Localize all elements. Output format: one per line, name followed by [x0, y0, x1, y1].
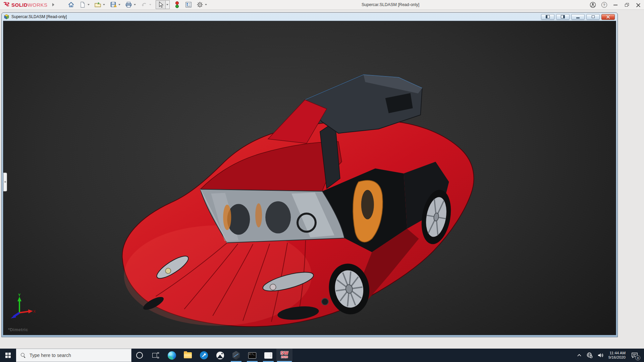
show-left-pane-icon — [546, 15, 550, 18]
app-titlebar[interactable]: SOLID WORKS — [0, 0, 644, 10]
doc-minimize-icon — [576, 17, 580, 18]
open-dropdown[interactable] — [102, 1, 106, 9]
undo-dropdown[interactable] — [148, 1, 152, 9]
brand-bold: SOLID — [11, 2, 28, 8]
save-dropdown[interactable] — [117, 1, 121, 9]
select-cursor-icon — [158, 1, 164, 8]
task-pane-icon — [185, 2, 192, 8]
show-right-pane-button[interactable] — [556, 14, 570, 20]
search-icon — [21, 353, 25, 358]
tray-date: 9/16/2020 — [608, 355, 626, 360]
select-tool-group — [156, 0, 170, 9]
taskbar-item-file-explorer[interactable] — [180, 349, 196, 362]
notification-count-badge: 3 — [635, 355, 640, 360]
taskbar-item-cortana[interactable] — [131, 349, 148, 362]
taskbar-item-hexagon-app[interactable] — [228, 349, 244, 362]
show-left-pane-button[interactable] — [541, 14, 554, 20]
solidworks-2020-icon: SW 2020 — [279, 351, 289, 360]
taskbar-item-admin-tools[interactable] — [196, 349, 212, 362]
doc-close-button[interactable] — [601, 14, 615, 20]
help-icon: ? — [601, 2, 607, 8]
select-tool-dropdown[interactable] — [165, 1, 169, 9]
search-input[interactable] — [30, 353, 117, 358]
home-icon — [68, 1, 74, 8]
graphics-viewport[interactable]: Y X *Dimetric — [3, 21, 616, 335]
volume-button[interactable] — [595, 349, 605, 362]
help-glyph: ? — [603, 3, 605, 7]
tray-time: 11:44 AM — [608, 351, 626, 356]
task-view-button[interactable] — [148, 349, 164, 362]
taskbar-spacer — [292, 349, 575, 362]
restore-icon — [625, 3, 629, 7]
print-button[interactable] — [125, 1, 133, 9]
document-title: Supercar.SLDASM [Read-only] — [11, 14, 541, 19]
options-dropdown[interactable] — [204, 1, 208, 9]
taskbar-item-command-prompt[interactable]: C:\_ — [244, 349, 260, 362]
close-icon — [636, 3, 640, 7]
taskbar-item-media-app[interactable] — [260, 349, 276, 362]
taskbar-item-edge[interactable] — [164, 349, 180, 362]
doc-minimize-button[interactable] — [571, 14, 585, 20]
solidworks-logo: SOLID WORKS — [3, 2, 48, 8]
close-button[interactable] — [633, 0, 644, 10]
account-button[interactable] — [587, 0, 598, 10]
new-document-dropdown[interactable] — [87, 1, 91, 9]
taskbar-clock[interactable]: 11:44 AM 9/16/2020 — [606, 351, 628, 360]
taskbar-item-photos[interactable] — [212, 349, 228, 362]
save-icon — [110, 1, 117, 8]
network-button[interactable] — [585, 349, 595, 362]
splitter-grip-dot — [4, 181, 6, 183]
task-view-icon — [152, 352, 159, 358]
panel-splitter-handle[interactable] — [3, 173, 7, 191]
show-right-pane-icon — [561, 15, 565, 18]
open-icon — [94, 1, 102, 8]
home-button[interactable] — [67, 1, 75, 9]
action-center-button[interactable]: 3 — [629, 349, 641, 362]
restore-button[interactable] — [621, 0, 633, 10]
edge-icon — [168, 351, 176, 360]
doc-restore-button[interactable] — [586, 14, 600, 20]
new-document-icon — [79, 1, 86, 8]
document-titlebar[interactable]: Supercar.SLDASM [Read-only] — [3, 13, 616, 21]
system-tray: 11:44 AM 9/16/2020 3 — [575, 349, 644, 362]
options-button[interactable] — [196, 1, 204, 9]
globe-no-internet-icon — [586, 352, 593, 359]
minimize-button[interactable] — [610, 0, 621, 10]
apps-traffic-light-icon — [175, 1, 179, 8]
save-button[interactable] — [109, 1, 117, 9]
taskbar-item-solidworks[interactable]: SW 2020 — [276, 349, 292, 362]
undo-button[interactable] — [140, 1, 148, 9]
triad-x-label: X — [33, 309, 36, 313]
print-dropdown[interactable] — [133, 1, 137, 9]
new-document-button[interactable] — [78, 1, 87, 9]
apps-button[interactable] — [173, 1, 181, 9]
brand-light: WORKS — [28, 2, 47, 8]
wrench-icon — [200, 351, 208, 359]
account-icon — [590, 2, 596, 8]
chevron-up-icon — [576, 352, 582, 358]
quick-access-toolbar — [64, 0, 208, 9]
task-pane-button[interactable] — [184, 1, 193, 9]
minimize-icon — [613, 5, 618, 5]
start-button[interactable] — [0, 349, 16, 362]
command-prompt-icon: C:\_ — [248, 352, 256, 359]
media-app-icon — [264, 352, 272, 359]
help-button[interactable]: ? — [598, 0, 610, 10]
orientation-triad[interactable]: Y X — [9, 293, 36, 319]
open-button[interactable] — [94, 1, 102, 9]
solidworks-icon-year: 2020 — [279, 356, 289, 359]
taskbar: C:\_ SW 2020 — [0, 349, 644, 362]
undo-icon — [141, 1, 148, 8]
doc-close-icon — [606, 15, 610, 19]
triad-y-label: Y — [18, 293, 21, 297]
solidworks-mark-icon — [3, 2, 10, 8]
hexagon-app-icon — [232, 351, 240, 360]
photos-icon — [216, 352, 224, 359]
taskbar-search[interactable] — [16, 349, 131, 362]
select-tool-button[interactable] — [156, 1, 165, 9]
hidden-icons-button[interactable] — [575, 349, 584, 362]
file-explorer-icon — [184, 352, 192, 358]
toolbar-expander-arrow[interactable] — [52, 3, 54, 6]
assembly-cube-icon — [4, 14, 9, 19]
options-gear-icon — [197, 1, 203, 8]
